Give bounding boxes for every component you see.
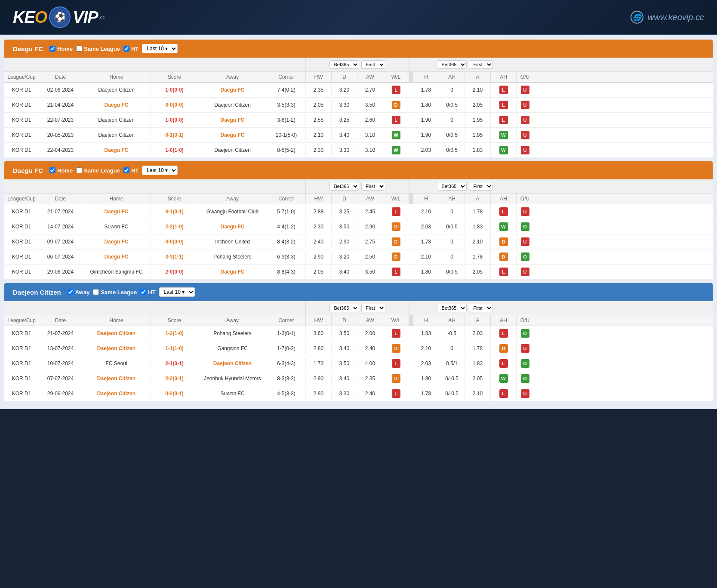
bet365-select-3b[interactable]: Bet365 [437,304,467,312]
away-checkbox-label-3[interactable]: Away [68,289,90,296]
table-row: KOR D1 09-07-2024 Daegu FC 0-0(0-0) Inch… [4,234,713,249]
section-daegu-home: Daegu FC Home Same League HT [4,40,713,158]
cell-home[interactable]: Daejeon Citizen [82,342,151,354]
bet365-select-2b[interactable]: Bet365 [437,182,467,191]
away-label-3: Away [75,289,90,296]
cell-h: 1.78 [413,84,439,96]
cell-date: 13-07-2024 [39,342,82,354]
cell-d: 3.40 [331,342,357,354]
cell-home[interactable]: Daegu FC [82,251,151,263]
cell-ah: 0/0.5 [439,221,465,233]
section-team-name-1: Daegu FC [13,45,43,52]
cell-home[interactable]: Daegu FC [82,144,151,156]
cell-ah2: L [490,356,516,371]
cell-league: KOR D1 [4,99,39,111]
ht-checkbox-3[interactable] [140,289,146,295]
same-league-label-1[interactable]: Same League [76,46,120,52]
cell-away[interactable]: Daejeon Citizen [198,357,267,369]
last-select-3[interactable]: Last 10 ▾ Last 5 Last 20 [159,287,195,297]
cell-ou: O [516,356,533,371]
cell-score: 0-0(0-0) [151,236,198,248]
home-checkbox-label-2[interactable]: Home [49,167,73,174]
cell-home[interactable]: Daegu FC [82,99,151,111]
first-select-3a[interactable]: First [361,304,385,312]
cell-home[interactable]: Daegu FC [82,206,151,218]
last-select-2[interactable]: Last 10 ▾ Last 5 Last 20 [142,166,178,175]
cell-away[interactable]: Daegu FC [198,114,267,126]
last-select-1[interactable]: Last 10 ▾ Last 5 Last 20 [142,44,178,53]
cell-home[interactable]: Daejeon Citizen [82,373,151,385]
cell-ah2: L [490,204,516,219]
first-select-2b[interactable]: First [469,182,493,191]
ch-ou-1: O/U [516,72,533,82]
first-select-1b[interactable]: First [469,60,493,69]
home-checkbox-1[interactable] [49,46,55,52]
cell-ah: 0/0.5 [439,129,465,141]
bet365-select-3a[interactable]: Bet365 [329,304,359,312]
col-headers-bottom-3: League/Cup Date Home Score Away Corner H… [4,315,713,326]
cell-wl: D [383,249,409,264]
cell-ah: 0/-0.5 [439,373,465,385]
cell-score: 0-1(0-1) [151,129,198,141]
ht-label-2[interactable]: HT [123,167,138,174]
cell-away: Daejeon Citizen [198,144,267,156]
ht-checkbox-1[interactable] [123,46,129,52]
ch-div-3 [409,315,413,326]
cell-away: Pohang Steelers [198,327,267,339]
same-league-label-3[interactable]: Same League [93,289,137,296]
header-controls-1: Home Same League HT Last 10 ▾ Last 5 Las… [49,44,178,53]
ht-checkbox-2[interactable] [123,167,129,173]
home-checkbox-label-1[interactable]: Home [49,46,73,52]
ht-label-1[interactable]: HT [123,46,138,52]
ch-score-1: Score [151,72,198,82]
cell-away[interactable]: Daegu FC [198,129,267,141]
divider-2 [409,179,409,193]
cell-league: KOR D1 [4,327,39,339]
table-row: KOR D1 22-04-2023 Daegu FC 1-0(1-0) Daej… [4,143,713,158]
cell-ah: -0.5 [439,327,465,339]
cell-wl: D [383,219,409,234]
cell-home[interactable]: Daejeon Citizen [82,327,151,339]
table-row: KOR D1 22-07-2023 Daejeon Citizen 1-0(0-… [4,113,713,128]
cell-home[interactable]: Daejeon Citizen [82,388,151,400]
bet365-select-2a[interactable]: Bet365 [329,182,359,191]
same-league-text-2: Same League [84,167,120,174]
cell-away[interactable]: Daegu FC [198,221,267,233]
cell-home[interactable]: Daegu FC [82,236,151,248]
ch-league-3: League/Cup [4,315,39,326]
first-select-1a[interactable]: First [361,60,385,69]
cell-wl: D [383,341,409,356]
cell-away[interactable]: Daegu FC [198,84,267,96]
cell-aw: 4.00 [357,357,383,369]
ht-label-3[interactable]: HT [140,289,155,296]
first-select-2a[interactable]: First [361,182,385,191]
cell-corner: 8-3(3-2) [267,373,305,385]
same-league-checkbox-3[interactable] [93,289,99,295]
cell-ah2: W [490,219,516,234]
cell-score: 0-2(0-1) [151,388,198,400]
same-league-checkbox-2[interactable] [76,167,82,173]
bet365-select-1a[interactable]: Bet365 [329,60,359,69]
same-league-checkbox-1[interactable] [76,46,82,52]
table-row: KOR D1 10-07-2024 FC Seoul 2-1(0-1) Daej… [4,356,713,371]
bet-group2-header-3: Bet365 First [413,301,516,315]
cell-a: 1.83 [465,144,490,156]
table-row: KOR D1 21-07-2024 Daegu FC 0-1(0-1) Gwan… [4,204,713,219]
home-checkbox-2[interactable] [49,167,55,173]
cell-a: 1.95 [465,114,490,126]
cell-league: KOR D1 [4,236,39,248]
cell-wl: D [383,371,409,386]
bet365-select-1b[interactable]: Bet365 [437,60,467,69]
section-team-name-2: Daegu FC [13,167,43,174]
cell-ah: 0 [439,236,465,248]
spacer-top-1 [4,58,305,71]
cell-ou: U [516,234,533,249]
away-checkbox-3[interactable] [68,289,74,295]
cell-away[interactable]: Daegu FC [198,266,267,278]
spacer-top-2 [4,179,305,193]
cell-a: 1.78 [465,206,490,218]
cell-aw: 2.60 [357,114,383,126]
same-league-label-2[interactable]: Same League [76,167,120,174]
first-select-3b[interactable]: First [469,304,493,312]
cell-a: 2.03 [465,327,490,339]
